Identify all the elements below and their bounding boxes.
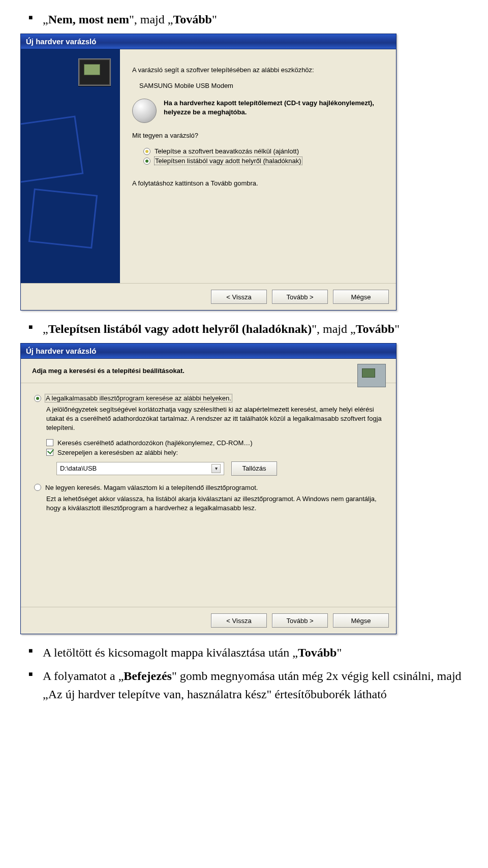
path-value: D:\data\USB	[60, 464, 97, 472]
dropdown-arrow-icon[interactable]: ▾	[211, 464, 221, 473]
question-text: Mit tegyen a varázsló?	[132, 131, 384, 140]
cancel-button[interactable]: Mégse	[333, 290, 389, 304]
wizard-main-panel: A varázsló segít a szoftver telepítésébe…	[120, 49, 396, 283]
back-button[interactable]: < Vissza	[211, 613, 267, 628]
next-button[interactable]: Tovább >	[272, 613, 328, 628]
bullet-1: „Nem, most nem", majd „Tovább"	[20, 10, 468, 28]
header-title: Adja meg a keresési és a telepítési beál…	[32, 367, 385, 375]
next-button[interactable]: Tovább >	[272, 290, 328, 304]
checkbox-icon	[46, 439, 53, 446]
bullet-2: „Telepítsen listából vagy adott helyről …	[20, 320, 468, 338]
radio-icon	[34, 395, 41, 402]
wizard-dialog-2: Új hardver varázsló Adja meg a keresési …	[20, 343, 396, 634]
button-row: < Vissza Tovább > Mégse	[21, 283, 396, 310]
continue-text: A folytatáshoz kattintson a Tovább gombr…	[132, 179, 384, 188]
checkbox-icon	[46, 449, 53, 456]
bullet-4: A folyamatot a „Befejezés" gomb megnyomá…	[20, 667, 468, 703]
titlebar: Új hardver varázsló	[21, 34, 396, 49]
dialog-header-strip: Adja meg a keresési és a telepítési beál…	[21, 359, 396, 383]
cancel-button[interactable]: Mégse	[333, 613, 389, 628]
checkbox-removable-media[interactable]: Keresés cserélhető adathordozókon (hajlé…	[46, 439, 383, 447]
cd-instruction: Ha a hardverhez kapott telepítőlemezt (C…	[164, 99, 384, 116]
path-combobox[interactable]: D:\data\USB ▾	[56, 462, 224, 475]
radio-option-list[interactable]: Telepítsen listából vagy adott helyről (…	[143, 157, 384, 165]
bullet-3: A letöltött és kicsomagolt mappa kiválas…	[20, 643, 468, 662]
radio-label: A legalkalmasabb illesztőprogram keresés…	[45, 394, 232, 402]
radio-icon	[143, 148, 150, 155]
checkbox-include-location[interactable]: Szerepeljen a keresésben az alábbi hely:	[46, 449, 383, 456]
radio-label: Telepítse a szoftvert beavatkozás nélkül…	[155, 147, 299, 155]
option-help-text: Ezt a lehetőséget akkor válassza, ha lis…	[46, 494, 383, 513]
button-row: < Vissza Tovább > Mégse	[21, 607, 396, 634]
wizard-dialog-1: Új hardver varázsló A varázsló segít a s…	[20, 34, 396, 311]
device-icon	[78, 58, 111, 86]
device-icon	[357, 364, 386, 387]
option-help-text: A jelölőnégyzetek segítségével korlátozh…	[46, 405, 383, 433]
instruction-list: A letöltött és kicsomagolt mappa kiválas…	[20, 643, 468, 703]
intro-text: A varázsló segít a szoftver telepítésébe…	[132, 66, 384, 75]
cd-icon	[132, 99, 157, 123]
radio-icon	[34, 484, 41, 491]
dialog-content: A legalkalmasabb illesztőprogram keresés…	[21, 383, 396, 607]
browse-button[interactable]: Tallózás	[231, 461, 277, 476]
wizard-side-panel	[21, 49, 120, 283]
radio-no-search[interactable]: Ne legyen keresés. Magam választom ki a …	[34, 484, 383, 491]
back-button[interactable]: < Vissza	[211, 290, 267, 304]
radio-icon	[143, 158, 150, 165]
titlebar: Új hardver varázsló	[21, 344, 396, 359]
radio-label: Telepítsen listából vagy adott helyről (…	[155, 157, 302, 165]
radio-option-auto[interactable]: Telepítse a szoftvert beavatkozás nélkül…	[143, 147, 384, 155]
device-name: SAMSUNG Mobile USB Modem	[139, 82, 384, 89]
checkbox-label: Keresés cserélhető adathordozókon (hajlé…	[57, 439, 253, 447]
checkbox-label: Szerepeljen a keresésben az alábbi hely:	[57, 449, 178, 456]
radio-label: Ne legyen keresés. Magam választom ki a …	[45, 484, 258, 491]
radio-search-best[interactable]: A legalkalmasabb illesztőprogram keresés…	[34, 394, 383, 402]
instruction-list: „Telepítsen listából vagy adott helyről …	[20, 320, 468, 338]
instruction-list: „Nem, most nem", majd „Tovább"	[20, 10, 468, 28]
